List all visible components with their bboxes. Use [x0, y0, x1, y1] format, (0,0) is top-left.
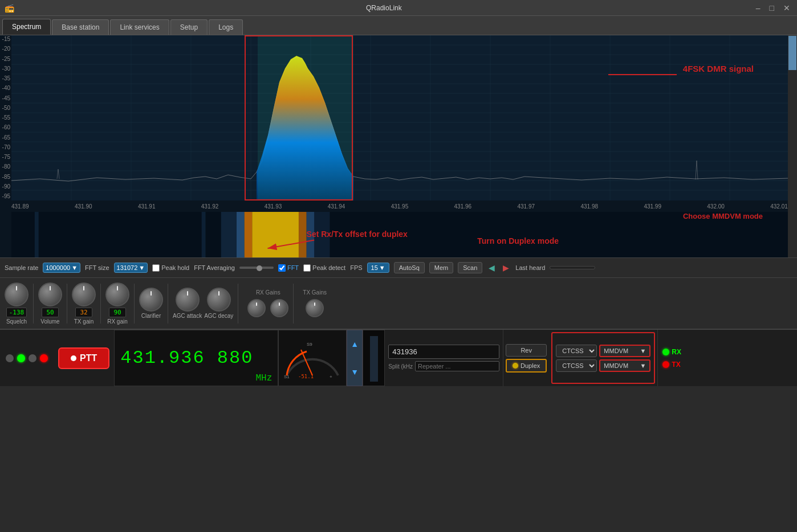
agc-decay-group: AGC decay — [204, 288, 233, 319]
volume-group: 50 Volume — [38, 283, 62, 325]
mem-button[interactable]: Mem — [429, 262, 453, 273]
fps-label: FPS — [350, 264, 362, 271]
ptt-container: PTT — [54, 330, 114, 386]
tab-spectrum[interactable]: Spectrum — [2, 19, 51, 35]
ptt-button[interactable]: PTT — [58, 347, 109, 369]
scrollbar-thumb[interactable] — [788, 36, 796, 70]
svg-text:-51.1: -51.1 — [298, 374, 314, 379]
fft-averaging-slider[interactable] — [239, 267, 274, 269]
peak-detect-checkbox-label[interactable]: Peak detect — [303, 264, 345, 272]
clarifier-knob[interactable] — [139, 288, 163, 312]
svg-text:Set Rx/Tx offset for duplex: Set Rx/Tx offset for duplex — [307, 230, 408, 239]
prev-button[interactable]: ◀ — [487, 263, 497, 272]
x-label-2: 431.90 — [75, 203, 92, 210]
freq-up-button[interactable]: ▲ — [347, 330, 362, 358]
sample-rate-dropdown[interactable]: 1000000 ▼ — [43, 263, 80, 273]
tab-base-station[interactable]: Base station — [52, 19, 109, 35]
autosq-button[interactable]: AutoSq — [394, 262, 425, 273]
divider-1 — [33, 284, 34, 324]
spectrum-scrollbar[interactable] — [788, 35, 797, 257]
fft-averaging-thumb[interactable] — [257, 265, 262, 271]
duplex-button[interactable]: Duplex — [506, 359, 547, 373]
tab-logs[interactable]: Logs — [209, 19, 243, 35]
tx-gain-knob-1[interactable] — [306, 299, 324, 317]
mmdvm-dropdown-2[interactable]: MMDVM ▼ — [599, 359, 650, 372]
tx-gains-label: TX Gains — [303, 289, 327, 296]
fft-checkbox[interactable] — [278, 264, 286, 272]
bottom-bar: PTT 431.936 880 MHz S1 S9 + -51.1 ▲ ▼ — [0, 329, 797, 386]
peak-detect-checkbox[interactable] — [303, 264, 311, 272]
ctcss-select-2[interactable]: CTCSS — [556, 359, 597, 372]
y-label-6: -40 — [0, 85, 11, 91]
svg-text:Turn on Duplex mode: Turn on Duplex mode — [477, 236, 559, 245]
peak-hold-checkbox[interactable] — [152, 264, 160, 272]
rx-gain-knob-1[interactable] — [247, 299, 266, 317]
rev-button[interactable]: Rev — [506, 344, 547, 357]
mode-thumbnail — [363, 330, 384, 386]
tabbar: Spectrum Base station Link services Setu… — [0, 16, 797, 35]
ctcss-select-1[interactable]: CTCSS — [556, 345, 597, 357]
frequency-display: 431.936 880 MHz — [114, 330, 278, 386]
clarifier-label: Clarifier — [141, 313, 161, 319]
tx-gain-knob[interactable] — [72, 283, 96, 306]
last-heard-label: Last heard — [515, 264, 545, 271]
peak-hold-checkbox-label[interactable]: Peak hold — [152, 264, 189, 272]
tx-gain-knobs — [306, 299, 324, 317]
divider-4 — [134, 284, 135, 324]
svg-rect-34 — [252, 212, 299, 257]
y-label-10: -60 — [0, 125, 11, 130]
volume-value: 50 — [42, 308, 59, 317]
svg-rect-32 — [35, 212, 39, 257]
split-input-field[interactable] — [415, 361, 499, 371]
squelch-label: Squelch — [6, 318, 27, 325]
duplex-container: Duplex — [506, 359, 547, 373]
agc-decay-knob[interactable] — [207, 288, 231, 312]
frequency-value: 431.936 880 — [120, 347, 253, 369]
rx-gain-knob[interactable] — [105, 283, 129, 306]
tx-gain-value: 32 — [75, 308, 92, 317]
window-title: QRadioLink — [14, 4, 754, 12]
x-axis: 431.89 431.90 431.91 431.92 431.93 431.9… — [11, 200, 788, 212]
freq-down-button[interactable]: ▼ — [347, 358, 362, 386]
scan-button[interactable]: Scan — [458, 262, 482, 273]
controls-bar: Sample rate 1000000 ▼ FFT size 131072 ▼ … — [0, 257, 797, 278]
rx-gain-knobs — [247, 299, 288, 317]
y-label-14: -80 — [0, 164, 11, 170]
svg-rect-0 — [11, 35, 788, 200]
freq-input-field[interactable] — [388, 345, 499, 359]
ptt-label: PTT — [80, 353, 97, 363]
fft-label: FFT — [287, 264, 299, 271]
fft-checkbox-label[interactable]: FFT — [278, 264, 299, 272]
y-label-5: -35 — [0, 76, 11, 81]
led-1 — [6, 354, 14, 362]
close-button[interactable]: ✕ — [781, 3, 792, 13]
window-controls: – □ ✕ — [754, 3, 792, 13]
next-button[interactable]: ▶ — [501, 263, 511, 272]
fft-size-chevron: ▼ — [139, 264, 145, 271]
x-label-8: 431.96 — [454, 203, 472, 210]
ptt-dot — [71, 355, 76, 361]
agc-attack-knob[interactable] — [176, 288, 200, 312]
volume-knob[interactable] — [38, 283, 62, 306]
y-label-15: -85 — [0, 174, 11, 180]
mmdvm-dropdown-1[interactable]: MMDVM ▼ — [599, 345, 650, 357]
app-icon: 📻 — [5, 3, 14, 13]
tab-link-services[interactable]: Link services — [110, 19, 169, 35]
titlebar: 📻 QRadioLink – □ ✕ — [0, 0, 797, 16]
fft-size-dropdown[interactable]: 131072 ▼ — [114, 263, 148, 273]
svg-text:S1: S1 — [284, 374, 290, 379]
y-label-3: -25 — [0, 56, 11, 62]
spectrum-chart[interactable]: 4FSK DMR signal — [11, 35, 788, 200]
fps-dropdown[interactable]: 15 ▼ — [367, 263, 389, 273]
led-group — [0, 330, 54, 386]
x-label-3: 431.91 — [138, 203, 156, 210]
rx-indicator: RX — [662, 348, 681, 356]
freq-input-area: Split (kHz — [384, 330, 503, 386]
squelch-knob[interactable] — [5, 283, 29, 306]
maximize-button[interactable]: □ — [767, 3, 776, 13]
tab-setup[interactable]: Setup — [170, 19, 208, 35]
rx-gain-knob-2[interactable] — [270, 299, 288, 317]
led-2 — [17, 354, 25, 362]
sample-rate-chevron: ▼ — [71, 264, 78, 271]
minimize-button[interactable]: – — [754, 3, 763, 13]
